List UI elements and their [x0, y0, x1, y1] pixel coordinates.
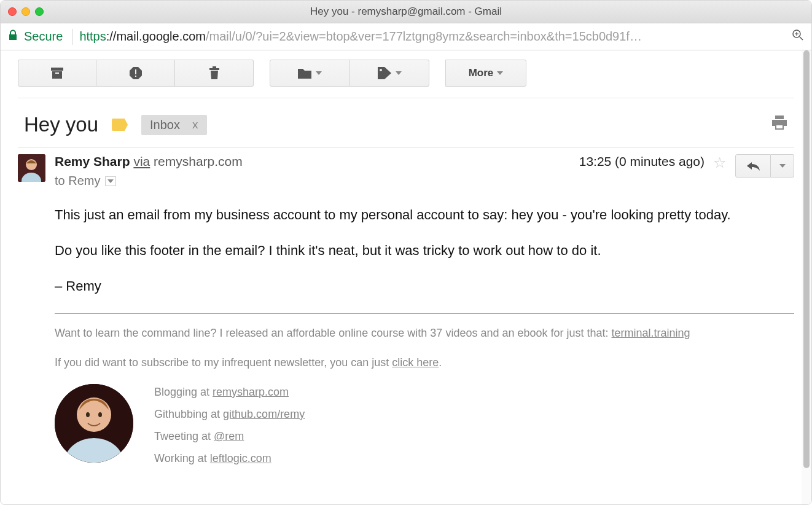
url-path: /mail/u/0/?ui=2&view=btop&ver=177lztgng8… — [206, 29, 642, 43]
signature-line: Githubbing at github.com/remy — [154, 406, 305, 422]
show-details-button[interactable] — [105, 176, 116, 186]
chevron-down-icon — [497, 71, 503, 75]
svg-rect-4 — [51, 68, 63, 71]
url-scheme: https — [79, 29, 106, 43]
body-paragraph: This just an email from my business acco… — [55, 205, 794, 225]
to-label: to Remy — [55, 174, 100, 188]
titlebar: Hey you - remysharp@gmail.com - Gmail — [1, 1, 811, 23]
svg-line-1 — [800, 37, 803, 40]
body-paragraph: Do you like this footer in the email? I … — [55, 241, 794, 260]
archive-button[interactable] — [18, 60, 96, 87]
svg-rect-10 — [209, 68, 219, 70]
action-toolbar: More — [18, 60, 794, 87]
message-body: This just an email from my business acco… — [55, 205, 794, 472]
svg-point-23 — [86, 412, 90, 417]
svg-rect-6 — [55, 72, 59, 74]
inbox-chip-label: Inbox — [150, 118, 180, 132]
body-divider — [55, 313, 794, 314]
window-title: Hey you - remysharp@gmail.com - Gmail — [1, 6, 811, 18]
signature-avatar — [55, 384, 133, 463]
svg-point-12 — [380, 69, 382, 71]
secure-label: Secure — [24, 29, 63, 44]
inbox-label-chip[interactable]: Inbox x — [141, 115, 206, 135]
important-marker-icon[interactable] — [112, 119, 128, 131]
move-to-button[interactable] — [270, 60, 349, 87]
chevron-down-icon — [316, 71, 322, 75]
subject-row: Hey you Inbox x — [18, 98, 794, 147]
newsletter-link[interactable]: click here — [392, 356, 439, 369]
sender-line: Remy Sharp via remysharp.com — [55, 154, 570, 169]
addrbar-divider — [72, 29, 73, 45]
svg-point-24 — [98, 412, 102, 417]
address-bar[interactable]: Secure https://mail.google.com/mail/u/0/… — [1, 23, 811, 50]
signature-lines: Blogging at remysharp.com Githubbing at … — [154, 384, 305, 472]
svg-rect-16 — [776, 125, 783, 128]
reply-button[interactable] — [735, 154, 771, 178]
subject-text: Hey you — [24, 113, 98, 136]
url-display: https://mail.google.com/mail/u/0/?ui=2&v… — [79, 29, 642, 44]
labels-button[interactable] — [349, 60, 429, 87]
twitter-link[interactable]: @rem — [214, 430, 244, 442]
svg-rect-5 — [52, 71, 62, 79]
scrollbar-thumb[interactable] — [803, 50, 810, 468]
url-host: ://mail.google.com — [106, 29, 206, 43]
print-button[interactable] — [771, 115, 788, 135]
recipient-line: to Remy — [55, 174, 570, 188]
svg-rect-11 — [213, 66, 216, 68]
more-button[interactable]: More — [445, 60, 526, 87]
chevron-down-icon — [396, 71, 402, 75]
report-spam-button[interactable] — [96, 60, 175, 87]
sender-block: Remy Sharp via remysharp.com to Remy — [55, 154, 570, 188]
reply-more-button[interactable] — [771, 154, 794, 178]
vertical-scrollbar[interactable] — [802, 50, 811, 505]
work-link[interactable]: leftlogic.com — [210, 452, 271, 464]
signature-line: Working at leftlogic.com — [154, 450, 305, 466]
via-label: via — [133, 154, 150, 168]
message-meta: 13:25 (0 minutes ago) ☆ — [579, 154, 794, 188]
lock-icon — [8, 29, 18, 44]
blog-link[interactable]: remysharp.com — [213, 386, 289, 398]
toolbar-group-3: More — [445, 60, 526, 87]
toolbar-group-1 — [18, 60, 254, 87]
github-link[interactable]: github.com/remy — [223, 408, 305, 420]
sender-name[interactable]: Remy Sharp — [55, 154, 130, 168]
reply-group — [735, 154, 794, 178]
svg-rect-9 — [135, 76, 136, 77]
more-label: More — [469, 67, 494, 79]
delete-button[interactable] — [175, 60, 254, 87]
star-button[interactable]: ☆ — [713, 154, 727, 171]
content-area: More Hey you Inbox x Remy Shar — [1, 50, 811, 505]
chevron-down-icon — [779, 164, 786, 168]
footer-line-2: If you did want to subscribe to my infre… — [55, 354, 794, 370]
chevron-down-icon — [107, 179, 114, 183]
browser-window: Hey you - remysharp@gmail.com - Gmail Se… — [0, 0, 812, 505]
signature-line: Tweeting at @rem — [154, 428, 305, 444]
timestamp: 13:25 (0 minutes ago) — [579, 154, 705, 169]
svg-point-21 — [77, 397, 111, 432]
sender-domain: remysharp.com — [154, 154, 243, 168]
message-header: Remy Sharp via remysharp.com to Remy 13:… — [18, 147, 794, 188]
zoom-icon[interactable] — [792, 29, 804, 44]
svg-rect-13 — [775, 115, 784, 119]
signature-row: Blogging at remysharp.com Githubbing at … — [55, 384, 794, 472]
toolbar-group-2 — [270, 60, 429, 87]
remove-label-button[interactable]: x — [192, 118, 198, 131]
signature-line: Blogging at remysharp.com — [154, 384, 305, 400]
svg-rect-8 — [135, 69, 136, 74]
body-signoff: – Remy — [55, 276, 794, 296]
sender-avatar[interactable] — [18, 154, 45, 182]
terminal-training-link[interactable]: terminal.training — [612, 327, 690, 339]
footer-block: Want to learn the command line? I releas… — [55, 325, 794, 473]
footer-line-1: Want to learn the command line? I releas… — [55, 325, 794, 341]
